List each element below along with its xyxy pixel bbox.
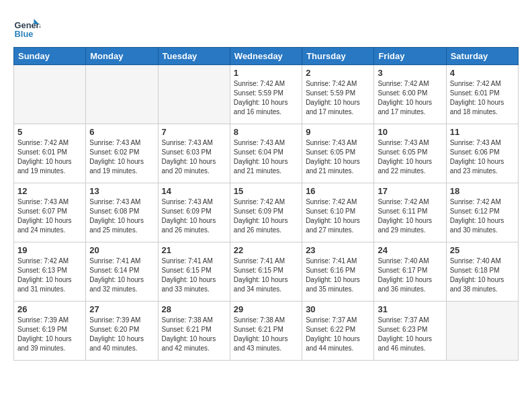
calendar-cell: 28Sunrise: 7:38 AMSunset: 6:21 PMDayligh… bbox=[158, 302, 230, 361]
calendar-cell: 15Sunrise: 7:42 AMSunset: 6:09 PMDayligh… bbox=[230, 183, 302, 242]
day-info: Sunrise: 7:38 AMSunset: 6:21 PMDaylight:… bbox=[162, 316, 226, 353]
calendar-cell: 3Sunrise: 7:42 AMSunset: 6:00 PMDaylight… bbox=[374, 65, 446, 124]
day-info: Sunrise: 7:42 AMSunset: 6:00 PMDaylight:… bbox=[378, 79, 442, 117]
calendar-cell: 20Sunrise: 7:41 AMSunset: 6:14 PMDayligh… bbox=[86, 242, 158, 302]
calendar-cell: 2Sunrise: 7:42 AMSunset: 5:59 PMDaylight… bbox=[302, 65, 374, 124]
weekday-header-row: SundayMondayTuesdayWednesdayThursdayFrid… bbox=[14, 48, 519, 65]
weekday-header-thursday: Thursday bbox=[302, 48, 374, 65]
day-number: 18 bbox=[450, 186, 515, 196]
day-info: Sunrise: 7:43 AMSunset: 6:09 PMDaylight:… bbox=[162, 197, 226, 235]
calendar-cell: 25Sunrise: 7:40 AMSunset: 6:18 PMDayligh… bbox=[446, 242, 518, 302]
calendar-cell bbox=[86, 65, 158, 124]
day-number: 14 bbox=[162, 186, 226, 196]
day-info: Sunrise: 7:42 AMSunset: 6:13 PMDaylight:… bbox=[17, 257, 82, 294]
day-number: 29 bbox=[234, 304, 298, 314]
weekday-header-monday: Monday bbox=[86, 48, 158, 65]
calendar-cell: 23Sunrise: 7:41 AMSunset: 6:16 PMDayligh… bbox=[302, 242, 374, 302]
day-info: Sunrise: 7:43 AMSunset: 6:06 PMDaylight:… bbox=[450, 138, 515, 176]
calendar-cell: 24Sunrise: 7:40 AMSunset: 6:17 PMDayligh… bbox=[374, 242, 446, 302]
calendar-cell: 12Sunrise: 7:43 AMSunset: 6:07 PMDayligh… bbox=[14, 183, 86, 242]
calendar-cell: 9Sunrise: 7:43 AMSunset: 6:05 PMDaylight… bbox=[302, 124, 374, 183]
calendar-cell: 5Sunrise: 7:42 AMSunset: 6:01 PMDaylight… bbox=[14, 124, 86, 183]
day-info: Sunrise: 7:43 AMSunset: 6:02 PMDaylight:… bbox=[89, 138, 154, 176]
calendar-cell: 14Sunrise: 7:43 AMSunset: 6:09 PMDayligh… bbox=[158, 183, 230, 242]
day-number: 24 bbox=[378, 245, 442, 255]
day-info: Sunrise: 7:42 AMSunset: 6:12 PMDaylight:… bbox=[450, 197, 515, 235]
week-row-5: 26Sunrise: 7:39 AMSunset: 6:19 PMDayligh… bbox=[14, 302, 519, 361]
calendar-cell: 31Sunrise: 7:37 AMSunset: 6:23 PMDayligh… bbox=[374, 302, 446, 361]
day-info: Sunrise: 7:41 AMSunset: 6:16 PMDaylight:… bbox=[306, 257, 370, 294]
calendar-cell: 7Sunrise: 7:43 AMSunset: 6:03 PMDaylight… bbox=[158, 124, 230, 183]
weekday-header-friday: Friday bbox=[374, 48, 446, 65]
logo: General Blue bbox=[13, 13, 43, 40]
day-number: 22 bbox=[234, 245, 298, 255]
calendar-cell: 11Sunrise: 7:43 AMSunset: 6:06 PMDayligh… bbox=[446, 124, 518, 183]
calendar-cell: 26Sunrise: 7:39 AMSunset: 6:19 PMDayligh… bbox=[14, 302, 86, 361]
day-number: 15 bbox=[234, 186, 298, 196]
day-number: 27 bbox=[89, 304, 154, 314]
day-info: Sunrise: 7:37 AMSunset: 6:23 PMDaylight:… bbox=[378, 316, 442, 353]
calendar-cell: 22Sunrise: 7:41 AMSunset: 6:15 PMDayligh… bbox=[230, 242, 302, 302]
day-info: Sunrise: 7:37 AMSunset: 6:22 PMDaylight:… bbox=[306, 316, 370, 353]
weekday-header-saturday: Saturday bbox=[446, 48, 518, 65]
day-number: 1 bbox=[234, 68, 298, 78]
calendar-cell: 29Sunrise: 7:38 AMSunset: 6:21 PMDayligh… bbox=[230, 302, 302, 361]
weekday-header-sunday: Sunday bbox=[14, 48, 86, 65]
logo-icon: General Blue bbox=[13, 13, 40, 40]
day-number: 25 bbox=[450, 245, 515, 255]
day-number: 13 bbox=[89, 186, 154, 196]
day-info: Sunrise: 7:42 AMSunset: 6:01 PMDaylight:… bbox=[17, 138, 82, 176]
day-number: 12 bbox=[17, 186, 82, 196]
day-number: 7 bbox=[162, 127, 226, 137]
day-number: 20 bbox=[89, 245, 154, 255]
day-number: 31 bbox=[378, 304, 442, 314]
day-number: 28 bbox=[162, 304, 226, 314]
day-info: Sunrise: 7:38 AMSunset: 6:21 PMDaylight:… bbox=[234, 316, 298, 353]
calendar-cell: 18Sunrise: 7:42 AMSunset: 6:12 PMDayligh… bbox=[446, 183, 518, 242]
day-number: 17 bbox=[378, 186, 442, 196]
calendar-cell: 6Sunrise: 7:43 AMSunset: 6:02 PMDaylight… bbox=[86, 124, 158, 183]
calendar-cell: 4Sunrise: 7:42 AMSunset: 6:01 PMDaylight… bbox=[446, 65, 518, 124]
day-number: 8 bbox=[234, 127, 298, 137]
day-info: Sunrise: 7:43 AMSunset: 6:05 PMDaylight:… bbox=[306, 138, 370, 176]
day-info: Sunrise: 7:43 AMSunset: 6:08 PMDaylight:… bbox=[89, 197, 154, 235]
day-info: Sunrise: 7:41 AMSunset: 6:15 PMDaylight:… bbox=[162, 257, 226, 294]
calendar-table: SundayMondayTuesdayWednesdayThursdayFrid… bbox=[13, 47, 519, 361]
day-info: Sunrise: 7:39 AMSunset: 6:20 PMDaylight:… bbox=[89, 316, 154, 353]
day-info: Sunrise: 7:41 AMSunset: 6:15 PMDaylight:… bbox=[234, 257, 298, 294]
day-info: Sunrise: 7:43 AMSunset: 6:03 PMDaylight:… bbox=[162, 138, 226, 176]
calendar-cell: 1Sunrise: 7:42 AMSunset: 5:59 PMDaylight… bbox=[230, 65, 302, 124]
weekday-header-tuesday: Tuesday bbox=[158, 48, 230, 65]
day-number: 5 bbox=[17, 127, 82, 137]
week-row-4: 19Sunrise: 7:42 AMSunset: 6:13 PMDayligh… bbox=[14, 242, 519, 302]
day-number: 6 bbox=[89, 127, 154, 137]
calendar-cell: 19Sunrise: 7:42 AMSunset: 6:13 PMDayligh… bbox=[14, 242, 86, 302]
day-info: Sunrise: 7:43 AMSunset: 6:07 PMDaylight:… bbox=[17, 197, 82, 235]
week-row-2: 5Sunrise: 7:42 AMSunset: 6:01 PMDaylight… bbox=[14, 124, 519, 183]
day-number: 26 bbox=[17, 304, 82, 314]
day-info: Sunrise: 7:42 AMSunset: 6:01 PMDaylight:… bbox=[450, 79, 515, 117]
day-number: 4 bbox=[450, 68, 515, 78]
calendar-cell: 8Sunrise: 7:43 AMSunset: 6:04 PMDaylight… bbox=[230, 124, 302, 183]
calendar-cell: 16Sunrise: 7:42 AMSunset: 6:10 PMDayligh… bbox=[302, 183, 374, 242]
day-number: 30 bbox=[306, 304, 370, 314]
calendar-cell: 30Sunrise: 7:37 AMSunset: 6:22 PMDayligh… bbox=[302, 302, 374, 361]
calendar-cell: 21Sunrise: 7:41 AMSunset: 6:15 PMDayligh… bbox=[158, 242, 230, 302]
calendar-cell: 17Sunrise: 7:42 AMSunset: 6:11 PMDayligh… bbox=[374, 183, 446, 242]
day-number: 21 bbox=[162, 245, 226, 255]
day-info: Sunrise: 7:42 AMSunset: 6:10 PMDaylight:… bbox=[306, 197, 370, 235]
day-number: 9 bbox=[306, 127, 370, 137]
day-number: 10 bbox=[378, 127, 442, 137]
day-number: 19 bbox=[17, 245, 82, 255]
week-row-3: 12Sunrise: 7:43 AMSunset: 6:07 PMDayligh… bbox=[14, 183, 519, 242]
day-number: 3 bbox=[378, 68, 442, 78]
svg-text:Blue: Blue bbox=[15, 29, 34, 39]
day-info: Sunrise: 7:41 AMSunset: 6:14 PMDaylight:… bbox=[89, 257, 154, 294]
page-header: General Blue bbox=[13, 13, 519, 40]
day-info: Sunrise: 7:42 AMSunset: 5:59 PMDaylight:… bbox=[306, 79, 370, 117]
calendar-cell: 10Sunrise: 7:43 AMSunset: 6:05 PMDayligh… bbox=[374, 124, 446, 183]
day-info: Sunrise: 7:43 AMSunset: 6:04 PMDaylight:… bbox=[234, 138, 298, 176]
day-info: Sunrise: 7:40 AMSunset: 6:18 PMDaylight:… bbox=[450, 257, 515, 294]
calendar-cell bbox=[446, 302, 518, 361]
day-number: 11 bbox=[450, 127, 515, 137]
